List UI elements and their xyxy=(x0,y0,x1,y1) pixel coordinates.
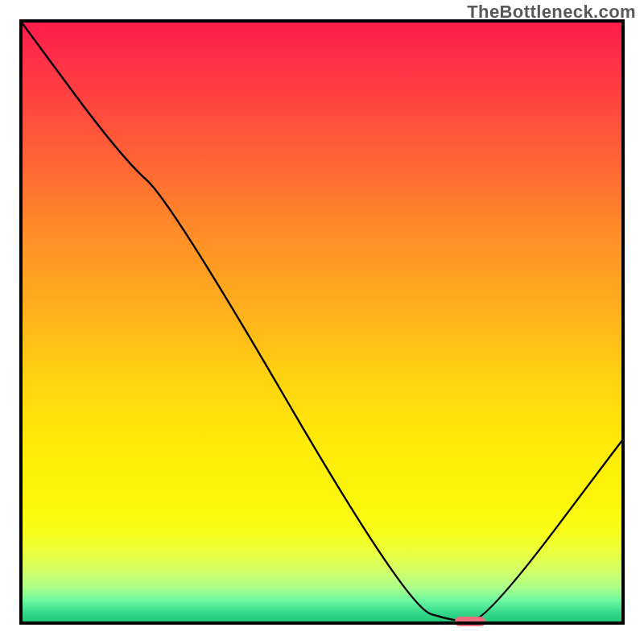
bottleneck-curve xyxy=(19,19,625,621)
optimal-marker xyxy=(455,617,485,626)
curve-svg xyxy=(19,19,625,625)
plot-area xyxy=(19,19,625,625)
chart-wrapper: TheBottleneck.com xyxy=(0,0,644,644)
